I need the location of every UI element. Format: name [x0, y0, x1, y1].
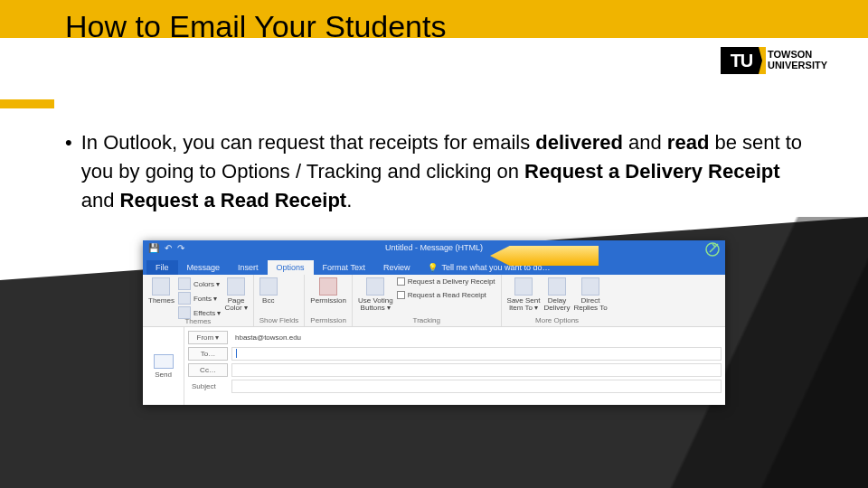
tracking-group-label: Tracking [358, 316, 495, 326]
send-icon [154, 354, 174, 369]
group-more-options: Save Sent Item To ▾ Delay Delivery Direc… [502, 275, 613, 326]
cc-button[interactable]: Cc… [188, 363, 228, 377]
ribbon-tabs: File Message Insert Options Format Text … [143, 258, 725, 275]
colors-button[interactable]: Colors ▾ [178, 277, 222, 290]
bcc-button[interactable]: Bcc [259, 277, 278, 305]
checkbox-icon [397, 291, 405, 299]
group-tracking: Use Voting Buttons ▾ Request a Delivery … [353, 275, 502, 326]
logo-mark: TU [721, 47, 762, 74]
tab-file[interactable]: File [146, 260, 178, 275]
tab-message[interactable]: Message [178, 260, 230, 275]
permission-button[interactable]: Permission [310, 277, 346, 305]
group-show-fields: Bcc Show Fields [254, 275, 306, 326]
outlook-titlebar: 💾 ↶ ↷ Untitled - Message (HTML) [143, 240, 725, 258]
b3: Request a Delivery Receipt [524, 160, 779, 183]
seg2: and [623, 131, 667, 154]
subject-label: Subject [188, 382, 228, 390]
towson-logo: TU TOWSON UNIVERSITY [721, 47, 827, 74]
window-title: Untitled - Message (HTML) [143, 243, 725, 252]
from-button[interactable]: From ▾ [188, 331, 228, 344]
delay-icon [548, 277, 566, 296]
request-delivery-receipt-checkbox[interactable]: Request a Delivery Receipt [397, 277, 495, 286]
subject-field[interactable] [231, 380, 722, 393]
direct-replies-button[interactable]: Direct Replies To [573, 277, 607, 312]
tab-options[interactable]: Options [268, 260, 314, 275]
save-sent-icon [514, 277, 533, 296]
themes-substack: Colors ▾ Fonts ▾ Effects ▾ [178, 277, 222, 319]
gold-notch [0, 99, 54, 108]
page-color-label: Page Color ▾ [224, 297, 247, 312]
page-color-icon [227, 277, 245, 296]
lightbulb-icon: 💡 [428, 263, 438, 272]
slide-title: How to Email Your Students [65, 9, 446, 44]
bullet-text: In Outlook, you can request that receipt… [81, 128, 814, 215]
themes-group-label: Themes [148, 317, 248, 327]
group-themes: Themes Colors ▾ Fonts ▾ Effects ▾ Page C… [143, 275, 254, 326]
voting-icon [366, 277, 384, 296]
colors-icon [178, 277, 191, 290]
to-button[interactable]: To… [188, 347, 228, 361]
show-fields-group-label: Show Fields [259, 316, 299, 326]
request-read-receipt-checkbox[interactable]: Request a Read Receipt [397, 291, 495, 299]
to-field[interactable] [231, 347, 722, 361]
permission-icon [319, 277, 337, 296]
themes-icon [152, 277, 170, 296]
permission-group-label: Permission [310, 316, 346, 326]
text-cursor [236, 349, 237, 358]
save-sent-button[interactable]: Save Sent Item To ▾ [507, 277, 541, 312]
fonts-button[interactable]: Fonts ▾ [178, 292, 222, 305]
highlight-arrow [490, 246, 599, 266]
outlook-window: 💾 ↶ ↷ Untitled - Message (HTML) File Mes… [143, 240, 725, 405]
voting-button[interactable]: Use Voting Buttons ▾ [358, 277, 393, 312]
from-value: hbasta@towson.edu [231, 331, 722, 344]
bullet-item: • In Outlook, you can request that recei… [65, 128, 814, 215]
bcc-icon [259, 277, 278, 296]
direct-icon [581, 277, 599, 296]
page-color-button[interactable]: Page Color ▾ [224, 277, 247, 312]
delay-delivery-button[interactable]: Delay Delivery [544, 277, 571, 312]
compose-fields: From ▾ hbasta@towson.edu To… Cc… Subject [184, 327, 725, 405]
tab-insert[interactable]: Insert [229, 260, 268, 275]
ribbon: Themes Colors ▾ Fonts ▾ Effects ▾ Page C… [143, 275, 725, 327]
seg1: In Outlook, you can request that receipt… [81, 131, 536, 154]
b2: read [667, 131, 709, 154]
bullet-dot: • [65, 128, 72, 215]
themes-label: Themes [148, 297, 175, 305]
window-buttons [700, 240, 725, 258]
checkbox-icon [397, 277, 405, 286]
more-options-group-label: More Options [507, 316, 608, 326]
send-column: Send [143, 327, 184, 405]
cc-field[interactable] [231, 363, 722, 377]
fonts-icon [178, 292, 191, 305]
tab-review[interactable]: Review [374, 260, 420, 275]
send-button[interactable]: Send [155, 371, 172, 379]
seg4: and [81, 189, 120, 211]
bullet-content: • In Outlook, you can request that recei… [65, 128, 814, 215]
compose-area: Send From ▾ hbasta@towson.edu To… Cc… Su… [143, 327, 725, 405]
group-permission: Permission Permission [305, 275, 353, 326]
seg5: . [346, 189, 352, 211]
logo-text: TOWSON UNIVERSITY [768, 50, 827, 70]
themes-button[interactable]: Themes [148, 277, 175, 305]
tracking-checks: Request a Delivery Receipt Request a Rea… [397, 277, 495, 299]
b1: delivered [535, 131, 623, 154]
tab-format-text[interactable]: Format Text [314, 260, 374, 275]
logo-line2: UNIVERSITY [768, 61, 827, 71]
b4: Request a Read Receipt [120, 189, 347, 211]
share-icon[interactable] [700, 240, 725, 258]
